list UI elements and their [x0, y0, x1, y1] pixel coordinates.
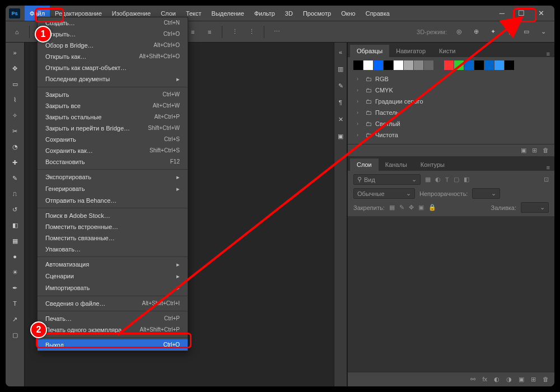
eyedropper-tool[interactable]: ◔ [7, 139, 24, 154]
swatch-folder[interactable]: ›🗀Пастель [353, 107, 549, 118]
menu-item[interactable]: Поместить встроенные… [38, 221, 188, 232]
pan-icon[interactable]: ⊕ [469, 25, 483, 39]
menu-Фильтр[interactable]: Фильтр [249, 6, 280, 21]
blur-tool[interactable]: ● [7, 249, 24, 264]
maximize-button[interactable]: ☐ [511, 6, 531, 21]
tab-brushes[interactable]: Кисти [432, 45, 462, 57]
menu-item[interactable]: Создать…Ctrl+N [38, 17, 188, 29]
opacity-input[interactable]: ⌄ [472, 188, 500, 199]
menu-Выделение[interactable]: Выделение [207, 6, 249, 21]
menu-item[interactable]: Отправить на Behance… [38, 195, 188, 206]
menu-item[interactable]: ВосстановитьF12 [38, 156, 188, 167]
stamp-tool[interactable]: ⎍ [7, 186, 24, 201]
filter-smart-icon[interactable]: ◧ [464, 176, 469, 183]
swatch[interactable] [464, 60, 474, 70]
panel-menu-icon[interactable]: ≡ [542, 164, 554, 171]
panel-menu-icon[interactable]: ≡ [542, 50, 554, 57]
orbit-icon[interactable]: ◎ [452, 25, 466, 39]
swatch[interactable] [424, 60, 433, 70]
align-bot-icon[interactable]: ≡ [203, 25, 216, 39]
char-icon[interactable]: ¶ [335, 97, 346, 108]
tab-channels[interactable]: Каналы [379, 158, 414, 171]
path-tool[interactable]: ↗ [7, 312, 24, 326]
layers-icon[interactable]: ▣ [335, 131, 346, 141]
rotate-icon[interactable]: ✦ [486, 25, 500, 39]
brush2-icon[interactable]: ✎ [335, 81, 346, 91]
menu-item[interactable]: Экспортировать▸ [38, 171, 188, 183]
menu-item[interactable]: Упаковать… [38, 244, 188, 255]
wand-tool[interactable]: ✧ [7, 108, 24, 123]
swatch-folder[interactable]: ›🗀Градации серого [353, 96, 549, 107]
menu-item[interactable]: Закрыть остальныеAlt+Ctrl+P [38, 111, 188, 123]
gradient-tool[interactable]: ▦ [7, 234, 24, 248]
menu-item[interactable]: Автоматизация▸ [38, 259, 188, 270]
color-icon[interactable]: ▥ [335, 64, 346, 74]
menu-item[interactable]: ЗакрытьCtrl+W [38, 89, 188, 100]
menu-item[interactable]: Открыть как смарт-объект… [38, 62, 188, 73]
menu-Окно[interactable]: Окно [336, 6, 361, 21]
layer-filter-select[interactable]: ⚲ Вид ⌄ [353, 174, 421, 185]
adjust-icon[interactable]: ✕ [335, 114, 346, 124]
home-icon[interactable]: ⌂ [10, 25, 24, 39]
trash-icon[interactable]: 🗑 [543, 376, 549, 383]
group-icon[interactable]: ▣ [519, 376, 524, 383]
menu-item[interactable]: Открыть…Ctrl+O [38, 29, 188, 40]
lock-brush-icon[interactable]: ✎ [399, 204, 404, 211]
menu-item[interactable]: Печать одного экземпляраAlt+Shift+Ctrl+P [38, 324, 188, 335]
swatch[interactable] [394, 60, 403, 70]
menu-item[interactable]: Закрыть и перейти в Bridge…Shift+Ctrl+W [38, 123, 188, 134]
swatch[interactable] [384, 60, 393, 70]
swatch[interactable] [404, 60, 413, 70]
swatch-folder[interactable]: ›🗀Светлый [353, 118, 549, 129]
lock-art-icon[interactable]: ▣ [418, 204, 424, 211]
tab-navigator[interactable]: Навигатор [389, 45, 432, 57]
menu-item[interactable]: Печать…Ctrl+P [38, 313, 188, 324]
swatch[interactable] [454, 60, 464, 70]
heal-tool[interactable]: ✚ [7, 155, 24, 170]
menu-item[interactable]: Последние документы▸ [38, 73, 188, 85]
filter-type-icon[interactable]: T [445, 176, 449, 183]
trash-icon[interactable]: 🗑 [543, 147, 549, 154]
menu-Просмотр[interactable]: Просмотр [298, 6, 336, 21]
swatch[interactable] [363, 60, 373, 70]
filter-adj-icon[interactable]: ◐ [435, 176, 441, 183]
swatch-folder[interactable]: ›🗀RGB [353, 73, 549, 85]
new-swatch-icon[interactable]: ⊞ [532, 147, 537, 154]
swatch[interactable] [353, 60, 363, 70]
swatch[interactable] [374, 60, 383, 70]
swatch[interactable] [474, 60, 484, 70]
menu-item[interactable]: Открыть как…Alt+Shift+Ctrl+O [38, 51, 188, 62]
filter-img-icon[interactable]: ▦ [425, 176, 431, 183]
chevron-down-icon[interactable]: ⌄ [536, 25, 550, 39]
new-group-icon[interactable]: ▣ [521, 147, 526, 154]
screen-icon[interactable]: ▭ [520, 25, 533, 39]
move-tool[interactable]: ✥ [7, 61, 24, 76]
dist2-icon[interactable]: ⋮ [245, 25, 258, 39]
zoom-icon[interactable]: ⚲ [503, 25, 516, 39]
lock-all-icon[interactable]: 🔒 [428, 204, 436, 211]
mask-icon[interactable]: ◐ [494, 376, 500, 383]
dist-icon[interactable]: ⋮ [228, 25, 241, 39]
lasso-tool[interactable]: ⌇ [7, 92, 24, 107]
chevrons-icon[interactable]: » [7, 45, 24, 60]
new-layer-icon[interactable]: ⊞ [531, 376, 536, 383]
file-menu-dropdown[interactable]: Создать…Ctrl+NОткрыть…Ctrl+OОбзор в Brid… [37, 17, 188, 351]
adjust-icon[interactable]: ◑ [506, 376, 512, 383]
chevrons-icon[interactable]: « [335, 47, 346, 57]
fx-icon[interactable]: fx [482, 376, 487, 383]
blend-mode-select[interactable]: Обычные⌄ [353, 188, 415, 199]
dodge-tool[interactable]: ☀ [7, 265, 24, 279]
pen-tool[interactable]: ✒ [7, 281, 24, 295]
swatch-folder[interactable]: ›🗀CMYK [353, 85, 549, 96]
crop-tool[interactable]: ✂ [7, 124, 24, 138]
eraser-tool[interactable]: ◧ [7, 218, 24, 232]
shape-tool[interactable]: ▢ [7, 328, 24, 342]
menu-item[interactable]: ВыходCtrl+Q [38, 339, 188, 351]
menu-Справка[interactable]: Справка [361, 6, 395, 21]
menu-item[interactable]: Генерировать▸ [38, 183, 188, 195]
brush-tool[interactable]: ✎ [7, 171, 24, 185]
more-icon[interactable]: ⋯ [270, 25, 283, 39]
menu-item[interactable]: Сведения о файле…Alt+Shift+Ctrl+I [38, 298, 188, 309]
swatch[interactable] [494, 60, 504, 70]
link-icon[interactable]: ⚯ [470, 376, 475, 383]
